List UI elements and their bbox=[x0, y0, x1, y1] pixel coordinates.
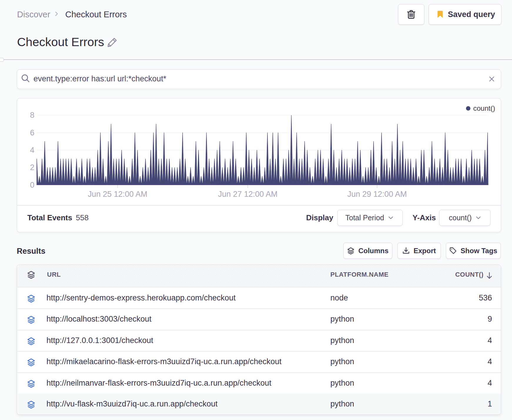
svg-text:2: 2 bbox=[30, 163, 34, 172]
svg-text:count(): count() bbox=[473, 104, 495, 112]
svg-text:6: 6 bbox=[30, 128, 34, 137]
svg-text:Jun 27 12:00 AM: Jun 27 12:00 AM bbox=[218, 190, 278, 199]
svg-text:Jun 25 12:00 AM: Jun 25 12:00 AM bbox=[88, 190, 148, 199]
svg-text:Jun 29 12:00 AM: Jun 29 12:00 AM bbox=[347, 190, 407, 199]
svg-text:0: 0 bbox=[30, 181, 34, 189]
svg-text:4: 4 bbox=[30, 146, 34, 154]
svg-text:8: 8 bbox=[30, 111, 34, 120]
